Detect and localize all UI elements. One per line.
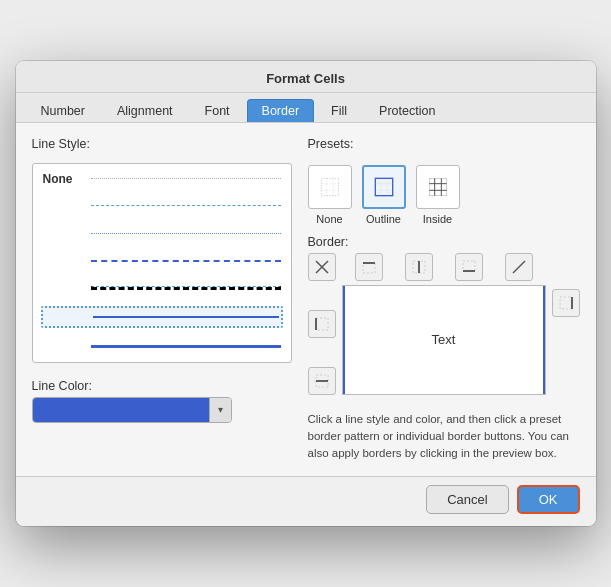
border-btn-center-h[interactable] — [308, 367, 336, 395]
dialog-title: Format Cells — [16, 61, 596, 93]
svg-rect-5 — [375, 178, 392, 195]
color-dropdown-arrow[interactable]: ▾ — [209, 398, 231, 422]
line-style-box: None — [32, 163, 292, 363]
line-style-none[interactable]: None — [41, 170, 283, 188]
preset-inside-svg — [428, 177, 448, 197]
none-label: None — [43, 172, 83, 186]
border-top-buttons — [342, 253, 546, 281]
preset-none[interactable]: None — [308, 165, 352, 225]
line-preview-dashed — [91, 254, 281, 268]
tab-protection[interactable]: Protection — [364, 99, 450, 122]
border-section: Border: — [308, 235, 580, 395]
svg-line-27 — [513, 261, 525, 273]
line-style-solid[interactable] — [41, 306, 283, 328]
border-left-buttons — [308, 253, 336, 395]
border-label: Border: — [308, 235, 580, 249]
border-btn-right[interactable] — [552, 289, 580, 317]
svg-rect-10 — [429, 178, 446, 195]
border-btn-center-v[interactable] — [405, 253, 433, 281]
line-color-section: Line Color: ▾ — [32, 379, 292, 423]
border-preview-right-line — [543, 286, 545, 394]
svg-rect-17 — [316, 318, 328, 330]
border-btn-top[interactable] — [355, 253, 383, 281]
line-preview-solid — [93, 310, 279, 324]
format-cells-dialog: Format Cells Number Alignment Font Borde… — [16, 61, 596, 527]
info-text: Click a line style and color, and then c… — [308, 405, 580, 467]
dialog-footer: Cancel OK — [16, 476, 596, 526]
border-preview-container: Text — [342, 253, 546, 395]
border-right-buttons — [552, 253, 580, 395]
border-btn-bottom[interactable] — [455, 253, 483, 281]
preset-none-icon[interactable] — [308, 165, 352, 209]
preset-none-label: None — [316, 213, 342, 225]
line-color-label: Line Color: — [32, 379, 292, 393]
tab-alignment[interactable]: Alignment — [102, 99, 188, 122]
border-btn-diag-r[interactable] — [505, 253, 533, 281]
preset-inside[interactable]: Inside — [416, 165, 460, 225]
line-color-dropdown[interactable]: ▾ — [32, 397, 232, 423]
tab-fill[interactable]: Fill — [316, 99, 362, 122]
line-preview-dotted2 — [91, 226, 281, 240]
left-panel: Line Style: None — [32, 137, 292, 467]
svg-rect-21 — [363, 263, 375, 273]
line-style-label: Line Style: — [32, 137, 292, 151]
border-preview-box[interactable]: Text — [342, 285, 546, 395]
border-btn-top-left[interactable] — [308, 253, 336, 281]
preset-inside-label: Inside — [423, 213, 452, 225]
preset-outline-svg — [374, 177, 394, 197]
border-preview-text: Text — [432, 332, 456, 347]
border-btn-left[interactable] — [308, 310, 336, 338]
line-style-dotted2[interactable] — [41, 224, 283, 242]
preset-outline-label: Outline — [366, 213, 401, 225]
preset-outline[interactable]: Outline — [362, 165, 406, 225]
tab-bar: Number Alignment Font Border Fill Protec… — [16, 93, 596, 123]
right-panel: Presets: None — [308, 137, 580, 467]
line-preview-dotted1 — [91, 199, 281, 213]
info-text-content: Click a line style and color, and then c… — [308, 413, 570, 460]
tab-number[interactable]: Number — [26, 99, 100, 122]
tab-border[interactable]: Border — [247, 99, 315, 122]
preset-outline-icon[interactable] — [362, 165, 406, 209]
ok-button[interactable]: OK — [517, 485, 580, 514]
line-preview-none — [91, 172, 281, 186]
content-area: Line Style: None — [16, 123, 596, 477]
cancel-button[interactable]: Cancel — [426, 485, 508, 514]
border-controls: Text — [308, 253, 580, 395]
preset-none-svg — [320, 177, 340, 197]
line-style-thick[interactable] — [41, 338, 283, 356]
line-preview-thick — [91, 340, 281, 354]
svg-rect-0 — [321, 178, 338, 195]
line-none-dots — [91, 178, 281, 179]
presets-row: None Outline — [308, 165, 580, 225]
svg-rect-25 — [463, 261, 475, 271]
tab-font[interactable]: Font — [190, 99, 245, 122]
border-preview-left-line — [343, 286, 345, 394]
color-swatch — [33, 398, 209, 422]
line-style-dash-dot[interactable] — [41, 279, 283, 297]
line-style-dotted1[interactable] — [41, 197, 283, 215]
svg-rect-28 — [560, 297, 572, 309]
presets-label: Presets: — [308, 137, 580, 151]
line-style-dashed[interactable] — [41, 252, 283, 270]
preset-inside-icon[interactable] — [416, 165, 460, 209]
line-preview-dash-dot — [91, 281, 281, 295]
